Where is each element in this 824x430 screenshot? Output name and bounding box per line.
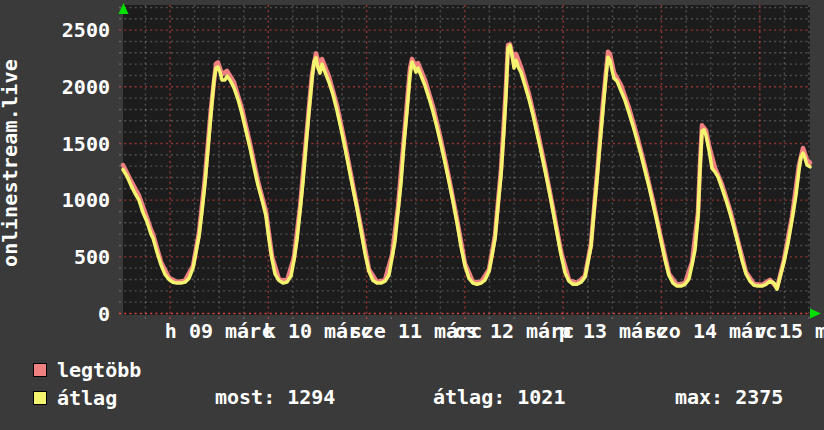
y-tick-label: 0 <box>38 303 110 325</box>
legend-label-legtobb: legtöbb <box>57 360 141 380</box>
stat-most: most: 1294 <box>215 387 335 407</box>
legend-label-atlag: átlag <box>57 388 117 408</box>
vertical-title: onlinestream.live <box>0 59 22 267</box>
y-tick-label: 2000 <box>38 76 110 98</box>
y-tick-label: 500 <box>38 246 110 268</box>
x-tick-label: v 15 márc <box>719 321 824 341</box>
legend-swatch-atlag <box>33 391 47 405</box>
stat-max: max: 2375 <box>675 387 783 407</box>
y-tick-label: 1000 <box>38 189 110 211</box>
rrd-graph: onlinestream.live 05001000150020002500 h… <box>0 0 824 430</box>
y-tick-label: 2500 <box>38 19 110 41</box>
x-axis-arrow-icon <box>810 309 821 319</box>
stat-atlag: átlag: 1021 <box>433 387 565 407</box>
y-tick-label: 1500 <box>38 133 110 155</box>
legend-swatch-legtobb <box>33 363 47 377</box>
